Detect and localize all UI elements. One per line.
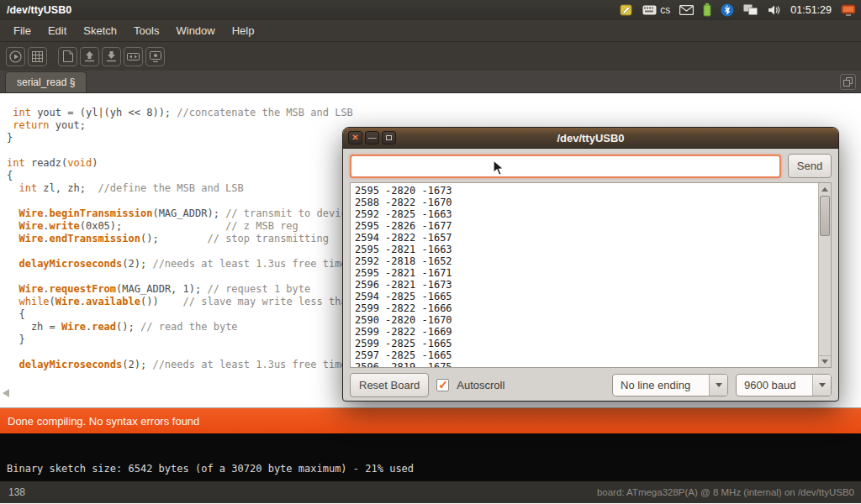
autoscroll-checkbox[interactable] [436, 379, 449, 391]
stop-button[interactable] [28, 47, 47, 66]
serial-output[interactable]: 2595 -2820 -16732588 -2822 -16702592 -28… [351, 183, 831, 368]
serial-send-input[interactable] [350, 155, 781, 178]
note-edit-icon[interactable] [620, 3, 633, 17]
reset-board-button[interactable]: Reset Board [350, 373, 429, 397]
baud-rate-dropdown[interactable]: 9600 baud [736, 374, 832, 396]
keyboard-layout-code: cs [660, 4, 670, 16]
serial-line: 2595 -2821 -1671 [355, 267, 814, 279]
serial-line: 2588 -2822 -1670 [355, 197, 814, 208]
serial-line: 2592 -2818 -1652 [355, 255, 814, 267]
screen: /dev/ttyUSB0 cs 01:5 [0, 0, 861, 504]
line-ending-arrow-icon [709, 375, 727, 396]
volume-icon[interactable] [768, 4, 781, 16]
menu-bar: FileEditSketchToolsWindowHelp [0, 20, 861, 42]
menu-item-sketch[interactable]: Sketch [75, 20, 125, 42]
serial-line: 2595 -2826 -1677 [355, 220, 814, 232]
serial-line: 2596 -2821 -1673 [355, 279, 814, 291]
scroll-up-button[interactable] [819, 183, 831, 195]
tab-serial-read[interactable]: serial_read § [5, 71, 87, 92]
footer-bar: 138 board: ATmega328P(A) @ 8 MHz (intern… [0, 481, 861, 503]
verify-button[interactable] [6, 47, 25, 66]
console-text: Binary sketch size: 6542 bytes (of a 307… [7, 463, 414, 475]
serial-line: 2599 -2822 -1669 [355, 326, 814, 338]
toolbar [0, 42, 861, 71]
serial-line: 2590 -2820 -1670 [355, 314, 814, 326]
serial-line: 2596 -2819 -1675 [355, 361, 814, 368]
battery-icon[interactable] [703, 3, 711, 17]
menu-item-edit[interactable]: Edit [40, 20, 75, 42]
clock[interactable]: 01:51:29 [790, 4, 832, 16]
window-close-button[interactable]: ✕ [348, 131, 362, 144]
upload-button[interactable] [124, 47, 143, 66]
serial-output-wrap: 2595 -2820 -16732588 -2822 -16702592 -28… [350, 182, 832, 368]
serial-monitor-titlebar[interactable]: ✕ — /dev/ttyUSB0 [343, 128, 838, 149]
console-output: Binary sketch size: 6542 bytes (of a 307… [0, 433, 861, 481]
menu-item-file[interactable]: File [5, 20, 40, 42]
system-panel: /dev/ttyUSB0 cs 01:5 [0, 0, 861, 20]
network-icon[interactable] [743, 4, 758, 16]
serial-line: 2595 -2820 -1673 [355, 185, 814, 197]
scroll-down-button[interactable] [819, 355, 831, 367]
serial-scrollbar[interactable] [818, 183, 831, 367]
serial-line: 2592 -2825 -1663 [355, 208, 814, 220]
serial-line: 2594 -2825 -1665 [355, 291, 814, 302]
session-icon[interactable] [841, 4, 856, 17]
save-button[interactable] [102, 47, 121, 66]
menu-item-tools[interactable]: Tools [125, 20, 167, 42]
serial-line: 2599 -2825 -1665 [355, 338, 814, 349]
autoscroll-label: Autoscroll [457, 379, 504, 391]
board-info: board: ATmega328P(A) @ 8 MHz (internal) … [597, 487, 854, 497]
open-button[interactable] [80, 47, 99, 66]
serial-monitor-title: /dev/ttyUSB0 [343, 132, 838, 144]
menu-item-help[interactable]: Help [224, 20, 263, 42]
menu-item-window[interactable]: Window [167, 20, 223, 42]
mail-icon[interactable] [679, 5, 694, 15]
serial-line: 2599 -2822 -1666 [355, 302, 814, 314]
code-line: int yout = (yl|(yh << 8)); //concatenate… [7, 107, 861, 119]
indicator-area: cs 01:51:29 [620, 3, 856, 17]
send-button[interactable]: Send [788, 154, 832, 178]
new-button[interactable] [58, 47, 77, 66]
baud-rate-arrow-icon [812, 375, 831, 396]
cursor-line-number: 138 [8, 486, 25, 498]
status-bar: Done compiling. No syntax errors found [0, 408, 861, 433]
hscroll-left-arrow[interactable] [3, 389, 9, 397]
serial-monitor-button[interactable] [145, 47, 165, 66]
status-message: Done compiling. No syntax errors found [8, 415, 199, 428]
keyboard-layout-icon[interactable]: cs [642, 4, 670, 16]
window-minimize-button[interactable]: — [365, 131, 379, 144]
window-maximize-button[interactable] [382, 131, 396, 144]
active-window-title: /dev/ttyUSB0 [7, 4, 71, 16]
scrollbar-thumb[interactable] [820, 196, 830, 236]
serial-line: 2597 -2825 -1665 [355, 349, 814, 361]
tab-bar: serial_read § [0, 71, 861, 93]
serial-line: 2594 -2822 -1657 [355, 232, 814, 244]
line-ending-value: No line ending [613, 375, 709, 396]
line-ending-dropdown[interactable]: No line ending [612, 374, 728, 396]
baud-rate-value: 9600 baud [737, 375, 812, 396]
serial-monitor-window: ✕ — /dev/ttyUSB0 Send 2595 -2820 -167325… [342, 127, 839, 402]
serial-monitor-body: Send 2595 -2820 -16732588 -2822 -1670259… [343, 149, 838, 402]
bluetooth-icon[interactable] [721, 3, 734, 17]
tab-menu-button[interactable] [840, 74, 856, 90]
serial-line: 2595 -2821 -1663 [355, 244, 814, 255]
